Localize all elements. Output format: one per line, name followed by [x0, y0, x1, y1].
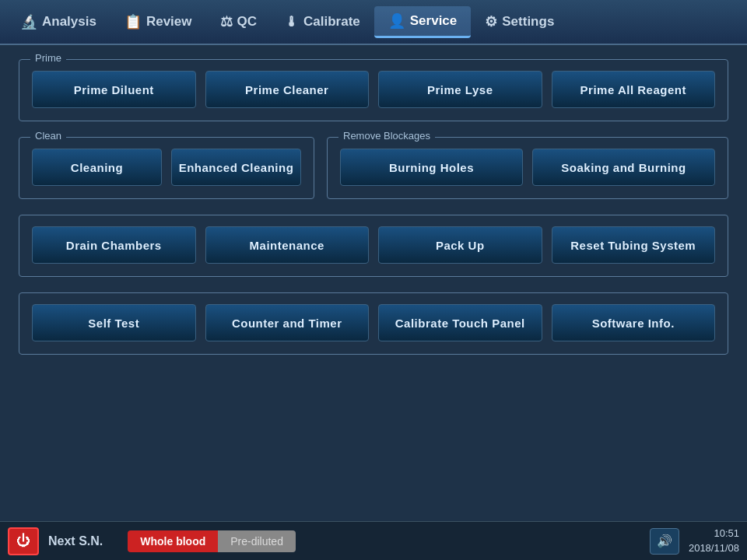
nav-item-settings[interactable]: ⚙Settings: [471, 7, 568, 37]
maintenance-button[interactable]: Maintenance: [205, 226, 370, 264]
tools-buttons: Drain ChambersMaintenancePack UpReset Tu…: [32, 226, 715, 264]
prime-lyse-button[interactable]: Prime Lyse: [378, 71, 542, 108]
navbar: 🔬Analysis📋Review⚖QC🌡Calibrate👤Service⚙Se…: [0, 0, 747, 45]
clean-section: Clean CleaningEnhanced Cleaning: [19, 137, 314, 199]
blockages-section: Remove Blockages Burning HolesSoaking an…: [327, 137, 728, 199]
qc-label: QC: [237, 14, 258, 30]
clean-buttons: CleaningEnhanced Cleaning: [32, 149, 301, 186]
qc-icon: ⚖: [220, 13, 233, 30]
nav-item-qc[interactable]: ⚖QC: [206, 7, 272, 37]
prime-cleaner-button[interactable]: Prime Cleaner: [205, 71, 370, 108]
nav-item-review[interactable]: 📋Review: [110, 7, 206, 37]
prime-all-reagent-button[interactable]: Prime All Reagent: [552, 71, 716, 108]
prime-diluent-button[interactable]: Prime Diluent: [32, 71, 196, 108]
review-icon: 📋: [124, 13, 142, 30]
service-icon: 👤: [388, 12, 405, 30]
prime-section: Prime Prime DiluentPrime CleanerPrime Ly…: [19, 59, 728, 121]
calibrate-touch-button[interactable]: Calibrate Touch Panel: [378, 304, 542, 341]
bottom-section: Self TestCounter and TimerCalibrate Touc…: [19, 292, 728, 355]
prime-label: Prime: [30, 52, 66, 64]
time: 10:51: [689, 527, 739, 541]
time-display: 10:51 2018/11/08: [689, 527, 739, 555]
blockages-label: Remove Blockages: [338, 130, 435, 142]
clean-label: Clean: [30, 130, 66, 142]
next-sn-label: Next S.N.: [48, 534, 103, 548]
self-test-button[interactable]: Self Test: [32, 304, 196, 341]
clean-blockages-row: Clean CleaningEnhanced Cleaning Remove B…: [19, 137, 728, 199]
reset-tubing-button[interactable]: Reset Tubing System: [552, 226, 716, 264]
nav-item-calibrate[interactable]: 🌡Calibrate: [271, 8, 374, 37]
counter-timer-button[interactable]: Counter and Timer: [205, 304, 370, 341]
whole-blood-button[interactable]: Whole blood: [128, 530, 218, 552]
cleaning-button[interactable]: Cleaning: [32, 149, 162, 186]
analysis-icon: 🔬: [20, 13, 37, 30]
settings-icon: ⚙: [485, 13, 497, 30]
main-content: Prime Prime DiluentPrime CleanerPrime Ly…: [0, 45, 747, 521]
enhanced-cleaning-button[interactable]: Enhanced Cleaning: [171, 149, 301, 186]
volume-button[interactable]: 🔊: [650, 528, 679, 555]
nav-item-analysis[interactable]: 🔬Analysis: [6, 7, 110, 37]
service-label: Service: [410, 13, 458, 29]
calibrate-label: Calibrate: [303, 14, 360, 30]
settings-label: Settings: [502, 14, 554, 30]
pack-up-button[interactable]: Pack Up: [378, 226, 542, 264]
calibrate-icon: 🌡: [285, 14, 299, 30]
status-bar: ⏻ Next S.N. Whole blood Pre-diluted 🔊 10…: [0, 521, 747, 560]
software-info-button[interactable]: Software Info.: [552, 304, 716, 341]
sample-type-selector: Whole blood Pre-diluted: [128, 530, 296, 552]
soaking-burning-button[interactable]: Soaking and Burning: [532, 149, 715, 186]
pre-diluted-button[interactable]: Pre-diluted: [218, 530, 296, 552]
date: 2018/11/08: [689, 541, 739, 555]
power-button[interactable]: ⏻: [8, 527, 39, 555]
review-label: Review: [146, 14, 192, 30]
blockages-buttons: Burning HolesSoaking and Burning: [340, 149, 715, 186]
tools-section: Drain ChambersMaintenancePack UpReset Tu…: [19, 215, 728, 277]
bottom-buttons: Self TestCounter and TimerCalibrate Touc…: [32, 304, 715, 341]
nav-item-service[interactable]: 👤Service: [374, 6, 472, 38]
burning-holes-button[interactable]: Burning Holes: [340, 149, 523, 186]
prime-buttons: Prime DiluentPrime CleanerPrime LysePrim…: [32, 71, 715, 108]
drain-chambers-button[interactable]: Drain Chambers: [32, 226, 196, 264]
analysis-label: Analysis: [42, 14, 96, 30]
